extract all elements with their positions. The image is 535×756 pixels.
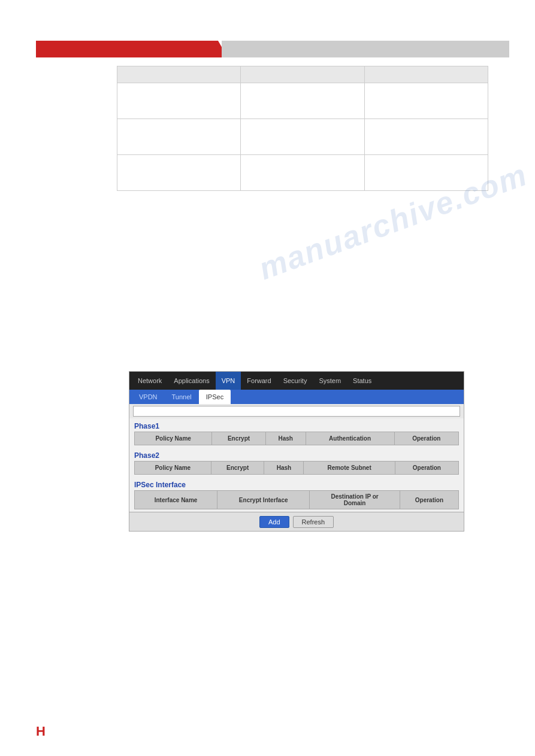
upper-table-row2-col2 [241, 119, 364, 155]
nav-forward[interactable]: Forward [241, 372, 277, 390]
tab-ipsec[interactable]: IPSec [199, 390, 231, 404]
phase2-col-policy-name: Policy Name [135, 462, 211, 475]
ipsec-col-operation: Operation [400, 491, 458, 509]
upper-table-row2-col3 [364, 119, 488, 155]
phase2-label: Phase2 [129, 448, 464, 461]
nav-network[interactable]: Network [132, 372, 168, 390]
phase1-col-authentication: Authentication [306, 432, 394, 445]
refresh-button[interactable]: Refresh [293, 516, 334, 528]
phase2-col-operation: Operation [395, 462, 458, 475]
phase2-col-remote-subnet: Remote Subnet [304, 462, 395, 475]
phase2-col-hash: Hash [264, 462, 304, 475]
upper-table-header-1 [117, 66, 241, 83]
upper-table-header-2 [241, 66, 364, 83]
search-input[interactable] [133, 406, 460, 417]
nav-security[interactable]: Security [277, 372, 313, 390]
upper-table-row1-col3 [364, 83, 488, 119]
phase1-label: Phase1 [129, 418, 464, 432]
ipsec-interface-label: IPSec Interface [129, 477, 464, 490]
phase1-table: Policy Name Encrypt Hash Authentication … [134, 432, 459, 445]
add-button[interactable]: Add [259, 516, 289, 528]
phase1-col-encrypt: Encrypt [212, 432, 266, 445]
upper-table-row3-col3 [364, 155, 488, 191]
tab-vpdn[interactable]: VPDN [132, 390, 165, 404]
nav-system[interactable]: System [313, 372, 347, 390]
phase1-col-policy-name: Policy Name [135, 432, 212, 445]
bottom-logo: H [36, 724, 54, 738]
vpn-panel: Network Applications VPN Forward Securit… [129, 371, 464, 532]
ipsec-col-interface-name: Interface Name [135, 491, 217, 509]
bottom-button-bar: Add Refresh [129, 512, 464, 531]
upper-table-row3-col2 [241, 155, 364, 191]
upper-table-row2-col1 [117, 119, 241, 155]
tab-tunnel[interactable]: Tunnel [165, 390, 199, 404]
search-bar-area [129, 404, 464, 418]
phase1-col-hash: Hash [265, 432, 306, 445]
nav-vpn[interactable]: VPN [216, 372, 241, 390]
nav-status[interactable]: Status [347, 372, 377, 390]
red-banner [36, 41, 228, 57]
phase2-col-encrypt: Encrypt [211, 462, 264, 475]
logo-h-icon: H [36, 724, 46, 739]
phase1-col-operation: Operation [394, 432, 458, 445]
gray-banner [222, 41, 509, 57]
upper-table-header-3 [364, 66, 488, 83]
ipsec-interface-table: Interface Name Encrypt Interface Destina… [134, 490, 459, 509]
upper-table-row3-col1 [117, 155, 241, 191]
upper-table-row1-col1 [117, 83, 241, 119]
ipsec-col-destination-ip: Destination IP or Domain [310, 491, 400, 509]
upper-table-row1-col2 [241, 83, 364, 119]
nav-applications[interactable]: Applications [168, 372, 215, 390]
upper-table [117, 66, 488, 191]
ipsec-col-encrypt-interface: Encrypt Interface [217, 491, 310, 509]
phase2-table: Policy Name Encrypt Hash Remote Subnet O… [134, 461, 459, 475]
upper-table-container [117, 66, 488, 191]
sub-nav-bar: VPDN Tunnel IPSec [129, 390, 464, 404]
nav-bar: Network Applications VPN Forward Securit… [129, 372, 464, 390]
